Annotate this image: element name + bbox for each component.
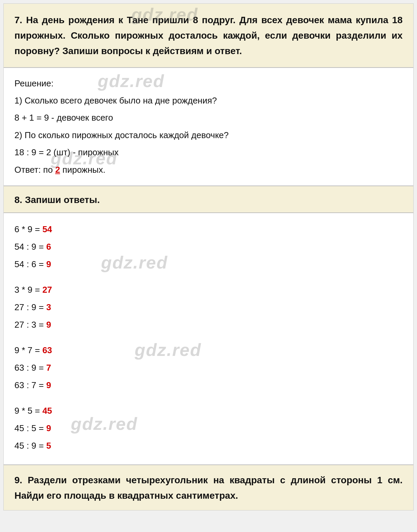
answer-line-4-1: 9 * 5 = 45 [14,402,403,419]
answer-line-3-3: 63 : 7 = 9 [14,376,403,394]
val-3-2: 7 [46,363,51,373]
answer-line-4-3: 45 : 9 = 5 [14,437,403,454]
task9-text: 9. Раздели отрезками четырехугольник на … [14,473,403,503]
expr-3-1: 9 * 7 = [14,345,42,355]
val-2-3: 9 [46,320,51,330]
expr-2-2: 27 : 9 = [14,302,46,312]
val-1-1: 54 [42,224,52,234]
answer-group-4: 9 * 5 = 45 45 : 5 = 9 45 : 9 = 5 [14,402,403,454]
solution-label: Решение: [14,75,403,92]
expr-1-1: 6 * 9 = [14,224,42,234]
solution-step1-calc: 8 + 1 = 9 - девочек всего [14,110,403,126]
solution-step1-question: 1) Сколько всего девочек было на дне рож… [14,92,403,109]
answer-line-3-2: 63 : 9 = 7 [14,359,403,376]
val-3-3: 9 [46,380,51,390]
task8-text: 8. Запиши ответы. [14,192,403,208]
expr-4-2: 45 : 5 = [14,423,46,433]
answer-line-4-2: 45 : 5 = 9 [14,419,403,437]
answer-line-2-3: 27 : 3 = 9 [14,316,403,333]
answer-group-2: 3 * 9 = 27 27 : 9 = 3 27 : 3 = 9 [14,281,403,333]
expr-4-1: 9 * 5 = [14,406,42,416]
expr-1-3: 54 : 6 = [14,259,46,269]
solution-answer: Ответ: по 2 пирожных. [14,162,403,178]
expr-3-2: 63 : 9 = [14,363,46,373]
answer-line-2-2: 27 : 9 = 3 [14,298,403,316]
val-4-1: 45 [42,406,52,416]
answer-line-1-2: 54 : 9 = 6 [14,238,403,255]
answer-line-1-3: 54 : 6 = 9 [14,255,403,273]
page: gdz.red gdz.red gdz.red gdz.red gdz.red … [3,3,414,510]
expr-4-3: 45 : 9 = [14,441,46,451]
expr-2-3: 27 : 3 = [14,320,46,330]
solution-step2-question: 2) По сколько пирожных досталось каждой … [14,127,403,144]
expr-3-3: 63 : 7 = [14,380,46,390]
answer-group-1: 6 * 9 = 54 54 : 9 = 6 54 : 6 = 9 [14,220,403,273]
task7-text: 7. На день рождения к Тане пришли 8 подр… [14,12,403,59]
val-2-2: 3 [46,302,51,312]
val-3-1: 63 [42,345,52,355]
task9-section: 9. Раздели отрезками четырехугольник на … [4,465,413,510]
answer-suffix: пирожных. [60,165,105,175]
val-4-3: 5 [46,441,51,451]
answers-section: 6 * 9 = 54 54 : 9 = 6 54 : 6 = 9 3 * 9 =… [4,213,413,465]
solution7-section: Решение: 1) Сколько всего девочек было н… [4,68,413,186]
task7-section: 7. На день рождения к Тане пришли 8 подр… [4,4,413,68]
answer-prefix: Ответ: по [14,165,55,175]
answer-line-2-1: 3 * 9 = 27 [14,281,403,298]
answer-value: 2 [55,165,60,175]
val-4-2: 9 [46,423,51,433]
expr-2-1: 3 * 9 = [14,285,42,295]
val-2-1: 27 [42,285,52,295]
task8-section: 8. Запиши ответы. [4,186,413,213]
solution-step2-calc: 18 : 9 = 2 (шт) - пирожных [14,144,403,161]
answer-group-3: 9 * 7 = 63 63 : 9 = 7 63 : 7 = 9 [14,341,403,394]
answer-line-3-1: 9 * 7 = 63 [14,341,403,359]
val-1-2: 6 [46,242,51,252]
answer-line-1-1: 6 * 9 = 54 [14,220,403,238]
val-1-3: 9 [46,259,51,269]
expr-1-2: 54 : 9 = [14,242,46,252]
